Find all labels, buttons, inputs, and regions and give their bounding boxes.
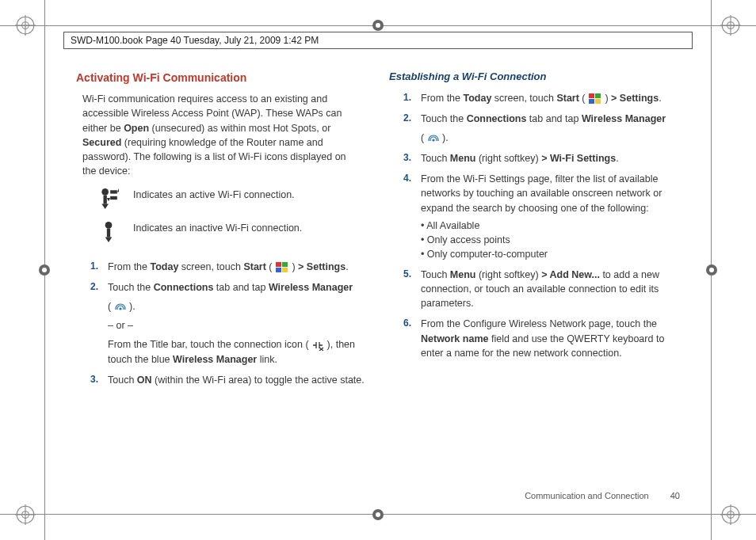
svg-rect-32 [276, 262, 281, 267]
svg-rect-35 [282, 268, 288, 272]
step-or: – or – [108, 318, 367, 333]
corner-mark-icon [720, 15, 741, 36]
svg-rect-39 [589, 99, 594, 104]
page-body: Activating Wi-Fi Communication Wi-Fi com… [76, 70, 680, 485]
step-text: Touch [421, 269, 450, 280]
register-mark-icon [37, 263, 52, 277]
step-number: 1. [403, 91, 421, 105]
step-text: Touch [421, 153, 450, 164]
step-item: 2. Touch the Connections tab and tap Wir… [403, 112, 680, 145]
step-bold: Start [243, 261, 265, 272]
svg-point-36 [119, 307, 121, 310]
svg-rect-38 [595, 93, 601, 98]
step-bold: Network name [421, 333, 488, 344]
svg-point-21 [42, 268, 47, 272]
intro-bold-open: Open [124, 123, 149, 134]
step-number: 2. [90, 280, 108, 294]
icon-legend-text: Indicates an inactive Wi-Fi connection. [133, 221, 367, 235]
heading-activating: Activating Wi-Fi Communication [76, 70, 367, 86]
step-body: Touch ON (within the Wi-Fi area) to togg… [108, 373, 367, 387]
step-text: Touch the [421, 113, 467, 124]
register-mark-icon [704, 263, 719, 277]
step-number: 1. [90, 260, 108, 273]
step-bold: Menu [450, 269, 476, 280]
step-text: Touch [108, 375, 137, 386]
bullet-item: All Available [421, 219, 680, 233]
register-mark-icon [371, 18, 385, 32]
step-text: ) [602, 93, 611, 104]
step-text: screen, touch [178, 261, 243, 272]
step-bold: > Settings [298, 261, 346, 272]
step-bold: Wireless Manager [269, 282, 353, 293]
step-number: 5. [403, 268, 421, 281]
step-item: 3. Touch Menu (right softkey) > Wi-Fi Se… [403, 151, 680, 165]
svg-rect-37 [589, 93, 594, 98]
step-text: tab and tap [526, 113, 582, 124]
step-number: 3. [90, 373, 108, 386]
svg-rect-28 [110, 196, 117, 200]
icon-legend-row: Indicates an active Wi-Fi connection. [98, 188, 367, 215]
step-text: ( [266, 261, 275, 272]
svg-marker-29 [107, 198, 110, 201]
step-text: . [346, 261, 348, 272]
print-header-text: SWD-M100.book Page 40 Tuesday, July 21, … [71, 35, 319, 46]
step-sub: ( ). [108, 299, 367, 314]
footer-section: Communication and Connection [525, 491, 649, 500]
step-text: . [616, 153, 618, 164]
step-body: Touch the Connections tab and tap Wirele… [108, 280, 367, 367]
svg-rect-40 [595, 99, 601, 104]
step-bold: > Add New... [541, 269, 600, 280]
windows-flag-icon [588, 93, 602, 105]
step-text: From the Configure Wireless Network page… [421, 318, 657, 329]
wifi-active-icon [98, 188, 119, 215]
svg-rect-26 [110, 190, 117, 193]
step-bold: Today [151, 261, 179, 272]
step-text: From the [421, 93, 464, 104]
step-text: ). [440, 132, 449, 143]
intro-text: (requiring knowledge of the Router name … [82, 137, 346, 177]
step-text: tab and tap [213, 282, 269, 293]
step-bold: ON [137, 375, 152, 386]
svg-point-17 [376, 23, 380, 28]
step-text: ( [421, 132, 427, 143]
step-body: From the Today screen, touch Start ( ) >… [108, 260, 367, 274]
windows-flag-icon [275, 261, 289, 274]
step-number: 2. [403, 112, 421, 125]
heading-establishing: Establishing a Wi-Fi Connection [389, 70, 680, 85]
svg-point-23 [709, 268, 714, 272]
step-text: . [659, 93, 661, 104]
svg-rect-25 [103, 196, 106, 204]
icon-legend-row: Indicates an inactive Wi-Fi connection. [98, 221, 367, 249]
step-text: From the [108, 261, 151, 272]
step-item: 3. Touch ON (within the Wi-Fi area) to t… [90, 373, 367, 387]
step-sub: ( ). [421, 131, 680, 145]
step-bold: Connections [154, 282, 214, 293]
svg-marker-27 [117, 188, 119, 192]
step-number: 4. [403, 172, 421, 185]
step-item: 6. From the Configure Wireless Network p… [403, 317, 680, 359]
right-column: Establishing a Wi-Fi Connection 1. From … [389, 70, 680, 485]
svg-rect-34 [276, 268, 281, 272]
step-text: (within the Wi-Fi area) to toggle the ac… [152, 375, 365, 386]
step-bold: > Wi-Fi Settings [541, 153, 616, 164]
step-text: ). [127, 301, 136, 312]
svg-point-24 [101, 188, 109, 196]
step-text: ( [108, 301, 114, 312]
intro-paragraph: Wi-Fi communication requires access to a… [82, 92, 361, 178]
step-bold: Today [464, 93, 492, 104]
filter-bullets: All Available Only access points Only co… [421, 219, 680, 261]
step-text: Touch the [108, 282, 154, 293]
step-item: 1. From the Today screen, touch Start ( … [90, 260, 367, 274]
step-bold: Menu [450, 153, 476, 164]
step-body: From the Wi-Fi Settings page, filter the… [421, 172, 680, 261]
step-bold: Start [556, 93, 578, 104]
step-bold: Wireless Manager [582, 113, 666, 124]
step-text: ) [289, 261, 298, 272]
icon-legend-text: Indicates an active Wi-Fi connection. [133, 188, 367, 202]
step-item: 5. Touch Menu (right softkey) > Add New.… [403, 268, 680, 310]
intro-text: (unsecured) as within most Hot Spots, or [149, 123, 330, 134]
steps-list: 1. From the Today screen, touch Start ( … [403, 91, 680, 360]
step-body: Touch Menu (right softkey) > Add New... … [421, 268, 680, 310]
steps-list: 1. From the Today screen, touch Start ( … [90, 260, 367, 387]
step-text: From the Wi-Fi Settings page, filter the… [421, 173, 662, 213]
